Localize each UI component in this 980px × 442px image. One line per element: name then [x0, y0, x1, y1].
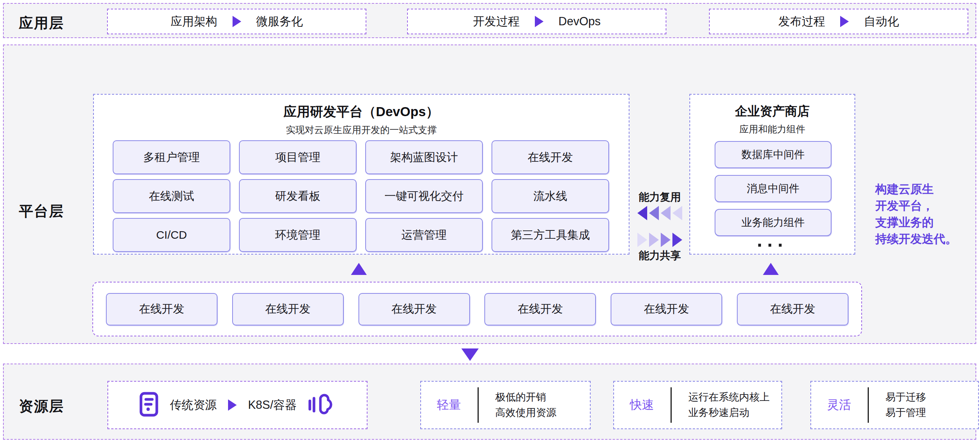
feature-box-fast: 快速 运行在系统内核上 业务秒速启动 [613, 381, 782, 429]
capability-chip: 流水线 [492, 179, 609, 213]
slogan-line: 开发平台， [875, 198, 974, 214]
triangle-left-icon [637, 206, 647, 220]
ellipsis-dots: ··· [690, 233, 854, 256]
capability-chip: 第三方工具集成 [492, 218, 609, 252]
runtime-chip: 在线开发 [484, 293, 596, 326]
runtime-chip: 在线开发 [611, 293, 722, 326]
feature-description: 运行在系统内核上 业务秒速启动 [688, 389, 770, 421]
resource-migration-box: 传统资源 K8S/容器 [107, 381, 368, 429]
runtime-row: 在线开发 在线开发 在线开发 在线开发 在线开发 在线开发 [92, 282, 862, 337]
capability-reuse-label: 能力复用 [630, 190, 690, 204]
devops-panel-subtitle: 实现对云原生应用开发的一站式支撑 [94, 124, 629, 136]
platform-layer-label: 平台层 [19, 202, 64, 221]
capability-chip: 运营管理 [365, 218, 483, 252]
arrows-right-icon [630, 233, 690, 247]
slogan-line: 支撑业务的 [875, 214, 974, 231]
feature-description: 易于迁移 易于管理 [885, 389, 926, 421]
runtime-chip: 在线开发 [232, 293, 344, 326]
resource-layer-section: 资源层 传统资源 K8S/容器 [3, 364, 976, 440]
asset-store-title: 企业资产商店 [690, 103, 854, 120]
feature-box-flexible: 灵活 易于迁移 易于管理 [810, 381, 979, 429]
devops-platform-panel: 应用研发平台（DevOps） 实现对云原生应用开发的一站式支撑 多租户管理 项目… [93, 94, 630, 255]
app-layer-label: 应用层 [19, 14, 64, 33]
resource-layer-label: 资源层 [19, 397, 64, 416]
arrow-right-icon [228, 399, 237, 411]
feature-line: 极低的开销 [495, 389, 556, 405]
triangle-left-icon [649, 206, 659, 220]
migration-from-label: 传统资源 [170, 397, 217, 413]
arrow-up-icon [351, 263, 367, 275]
cloud-container-icon [308, 394, 336, 416]
platform-layer-section: 平台层 应用研发平台（DevOps） 实现对云原生应用开发的一站式支撑 多租户管… [3, 45, 976, 344]
asset-chip: 消息中间件 [714, 175, 832, 202]
app-flow-architecture: 应用架构 微服务化 [107, 9, 366, 34]
feature-line: 高效使用资源 [495, 405, 556, 421]
triangle-right-icon [649, 233, 659, 247]
capability-chip: 在线测试 [113, 179, 230, 213]
arrow-up-icon [763, 263, 779, 275]
feature-box-lightweight: 轻量 极低的开销 高效使用资源 [420, 381, 591, 429]
flow-from-label: 发布过程 [778, 14, 825, 29]
flow-from-label: 开发过程 [473, 14, 520, 29]
runtime-chip: 在线开发 [106, 293, 218, 326]
triangle-right-icon [673, 233, 682, 247]
feature-line: 易于管理 [885, 405, 926, 421]
feature-description: 极低的开销 高效使用资源 [495, 389, 556, 421]
devops-panel-title: 应用研发平台（DevOps） [94, 103, 629, 121]
flow-from-label: 应用架构 [171, 14, 218, 29]
slogan-line: 持续开发迭代。 [875, 231, 974, 247]
flow-to-label: DevOps [558, 15, 601, 28]
vertical-divider [868, 387, 869, 423]
capability-grid: 多租户管理 项目管理 架构蓝图设计 在线开发 在线测试 研发看板 一键可视化交付… [113, 140, 609, 252]
arrow-right-icon [535, 16, 544, 27]
arrow-down-icon [461, 348, 479, 361]
feature-line: 运行在系统内核上 [688, 389, 770, 405]
capability-chip: 项目管理 [239, 140, 356, 174]
capability-chip: 多租户管理 [113, 140, 230, 174]
triangle-right-icon [637, 233, 647, 247]
triangle-left-icon [661, 206, 671, 220]
feature-line: 易于迁移 [885, 389, 926, 405]
vertical-divider [671, 387, 672, 423]
asset-chip: 业务能力组件 [714, 209, 832, 236]
slogan-line: 构建云原生 [875, 181, 974, 198]
migration-to-label: K8S/容器 [248, 397, 297, 413]
app-flow-devprocess: 开发过程 DevOps [407, 9, 667, 34]
capability-chip: 一键可视化交付 [365, 179, 483, 213]
feature-title: 轻量 [437, 397, 461, 413]
app-layer-section: 应用层 应用架构 微服务化 开发过程 DevOps 发布过程 自动化 [3, 3, 976, 38]
runtime-chip: 在线开发 [358, 293, 470, 326]
triangle-right-icon [661, 233, 671, 247]
capability-chip: 研发看板 [239, 179, 356, 213]
capability-bridge: 能力复用 能力共享 [630, 94, 690, 255]
capability-chip: 在线开发 [492, 140, 609, 174]
arrows-left-icon [630, 206, 690, 220]
asset-chip: 数据库中间件 [714, 141, 832, 168]
runtime-chip: 在线开发 [737, 293, 848, 326]
triangle-left-icon [673, 206, 682, 220]
architecture-diagram: 应用层 应用架构 微服务化 开发过程 DevOps 发布过程 自动化 平台层 应… [0, 0, 980, 442]
arrow-right-icon [840, 16, 849, 27]
arrow-right-icon [232, 16, 241, 27]
flow-to-label: 自动化 [864, 14, 899, 29]
app-flow-release: 发布过程 自动化 [709, 9, 968, 34]
slogan-text: 构建云原生 开发平台， 支撑业务的 持续开发迭代。 [875, 181, 974, 247]
vertical-divider [477, 387, 479, 423]
flow-to-label: 微服务化 [256, 14, 303, 29]
server-icon [139, 392, 159, 418]
capability-share-label: 能力共享 [630, 249, 690, 263]
asset-chip-list: 数据库中间件 消息中间件 业务能力组件 [714, 141, 832, 236]
feature-title: 灵活 [827, 397, 851, 413]
capability-chip: 架构蓝图设计 [365, 140, 483, 174]
feature-line: 业务秒速启动 [688, 405, 770, 421]
asset-store-panel: 企业资产商店 应用和能力组件 数据库中间件 消息中间件 业务能力组件 ··· [689, 94, 855, 255]
capability-chip: 环境管理 [239, 218, 356, 252]
feature-title: 快速 [630, 397, 654, 413]
asset-store-subtitle: 应用和能力组件 [690, 123, 854, 136]
capability-chip: CI/CD [113, 218, 230, 252]
